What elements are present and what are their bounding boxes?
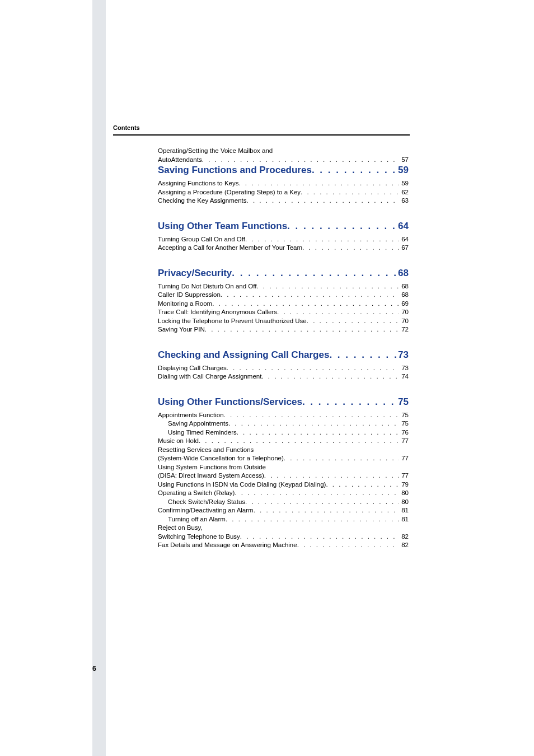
entry-title: Operating a Switch (Relay) <box>158 489 235 498</box>
leader-dots: . . . . . . . . . . . . . . . . . . . . … <box>307 317 399 326</box>
toc-entry[interactable]: Saving Appointments . . . . . . . . . . … <box>158 419 409 428</box>
leader-dots: . . . . . . . . . . . . . . . . . . . . … <box>228 419 399 428</box>
entry-page: 82 <box>399 533 409 542</box>
toc-entry[interactable]: Fax Details and Message on Answering Mac… <box>158 541 409 550</box>
entry-page: 82 <box>399 541 409 550</box>
section-title: Checking and Assigning Call Charges <box>158 349 329 361</box>
toc-section: Using Other Team Functions . . . . . . .… <box>158 220 409 253</box>
entry-page: 80 <box>399 489 409 498</box>
entry-page: 77 <box>399 472 409 480</box>
entry-title: Turning off an Alarm <box>158 515 226 524</box>
toc-section: Checking and Assigning Call Charges . . … <box>158 349 409 381</box>
toc-entry[interactable]: AutoAttendants . . . . . . . . . . . . .… <box>158 156 409 165</box>
toc-entry[interactable]: Assigning a Procedure (Operating Steps) … <box>158 188 409 197</box>
entry-title: Music on Hold <box>158 437 199 446</box>
toc-section: Using Other Functions/Services . . . . .… <box>158 396 409 550</box>
section-heading[interactable]: Using Other Team Functions . . . . . . .… <box>158 220 409 232</box>
section-heading[interactable]: Checking and Assigning Call Charges . . … <box>158 349 409 361</box>
entry-page: 76 <box>399 428 409 437</box>
entry-title: Using Functions in ISDN via Code Dialing… <box>158 480 326 489</box>
leader-dots: . . . . . . . . . . . . . . . . . . . . … <box>297 541 400 550</box>
entry-page: 69 <box>399 300 409 309</box>
entry-title: Accepting a Call for Another Member of Y… <box>158 244 302 253</box>
toc-entry[interactable]: (System-Wide Cancellation for a Telephon… <box>158 454 409 463</box>
entry-title: Switching Telephone to Busy <box>158 533 240 542</box>
leader-dots: . . . . . . . . . . . . . . . . . . . . … <box>284 454 399 463</box>
leader-dots: . . . . . . . . . . . . . . . . . . . . … <box>301 188 399 197</box>
section-page: 73 <box>398 349 409 361</box>
section-title: Using Other Functions/Services <box>158 396 302 408</box>
toc-entry[interactable]: Checking the Key Assignments . . . . . .… <box>158 197 409 206</box>
entry-title: Using Timed Reminders <box>158 428 237 437</box>
entry-page: 68 <box>399 282 409 291</box>
entry-page: 75 <box>399 419 409 428</box>
leader-dots: . . . . . . . . . . . . . . . . . . . . … <box>221 291 399 300</box>
leader-dots: . . . . . . . . . . . . . . . . . . . . … <box>261 372 399 381</box>
leader-dots: . . . . . . . . . . . . . . . . . . . . … <box>245 498 399 507</box>
toc-entry[interactable]: Monitoring a Room . . . . . . . . . . . … <box>158 300 409 309</box>
leader-dots: . . . . . . . . . . . . . . . . . . . . … <box>237 428 399 437</box>
entry-title: Trace Call: Identifying Anonymous Caller… <box>158 308 277 317</box>
entry-page: 75 <box>399 411 409 420</box>
toc-entry[interactable]: Music on Hold . . . . . . . . . . . . . … <box>158 437 409 446</box>
leader-dots: . . . . . . . . . . . . . . . . . . . . … <box>329 349 398 361</box>
toc-entry[interactable]: Trace Call: Identifying Anonymous Caller… <box>158 308 409 317</box>
leader-dots: . . . . . . . . . . . . . . . . . . . . … <box>245 235 399 244</box>
toc-entry[interactable]: Turning Group Call On and Off . . . . . … <box>158 235 409 244</box>
toc-section: Saving Functions and Procedures . . . . … <box>158 164 409 206</box>
toc-entry[interactable]: Turning Do Not Disturb On and Off . . . … <box>158 282 409 291</box>
toc-entry[interactable]: Accepting a Call for Another Member of Y… <box>158 244 409 253</box>
toc-entry[interactable]: (DISA: Direct Inward System Access) . . … <box>158 472 409 480</box>
section-title: Privacy/Security <box>158 267 232 279</box>
intro-block: Operating/Setting the Voice Mailbox and … <box>158 147 409 164</box>
toc-entry[interactable]: Displaying Call Charges . . . . . . . . … <box>158 364 409 373</box>
section-page: 75 <box>398 396 409 408</box>
section-page: 59 <box>398 164 409 176</box>
entry-page: 72 <box>399 325 409 334</box>
section-heading[interactable]: Privacy/Security . . . . . . . . . . . .… <box>158 267 409 279</box>
toc-entry[interactable]: Saving Your PIN . . . . . . . . . . . . … <box>158 325 409 334</box>
contents-header: Contents <box>113 124 140 131</box>
entry-page: 68 <box>399 291 409 300</box>
entry-page: 74 <box>399 372 409 381</box>
entry-title: Monitoring a Room <box>158 300 212 309</box>
toc-entry[interactable]: Operating a Switch (Relay) . . . . . . .… <box>158 489 409 498</box>
leader-dots: . . . . . . . . . . . . . . . . . . . . … <box>254 506 400 515</box>
leader-dots: . . . . . . . . . . . . . . . . . . . . … <box>256 282 399 291</box>
toc-entry[interactable]: Caller ID Suppression . . . . . . . . . … <box>158 291 409 300</box>
toc-entry[interactable]: Turning off an Alarm . . . . . . . . . .… <box>158 515 409 524</box>
entry-title: Appointments Function <box>158 411 224 420</box>
entry-wrap-line: Resetting Services and Functions <box>158 446 409 455</box>
entry-title: Caller ID Suppression <box>158 291 221 300</box>
leader-dots: . . . . . . . . . . . . . . . . . . . . … <box>226 515 399 524</box>
leader-dots: . . . . . . . . . . . . . . . . . . . . … <box>238 179 399 188</box>
leader-dots: . . . . . . . . . . . . . . . . . . . . … <box>224 411 400 420</box>
header-rule <box>113 134 410 136</box>
entry-title: (System-Wide Cancellation for a Telephon… <box>158 454 284 463</box>
toc-entry[interactable]: Check Switch/Relay Status . . . . . . . … <box>158 498 409 507</box>
sidebar-stripe <box>92 0 106 756</box>
entry-page: 70 <box>399 317 409 326</box>
leader-dots: . . . . . . . . . . . . . . . . . . . . … <box>227 364 399 373</box>
toc-entry[interactable]: Appointments Function . . . . . . . . . … <box>158 411 409 420</box>
toc-body: Operating/Setting the Voice Mailbox and … <box>158 147 409 550</box>
entry-page: 73 <box>399 364 409 373</box>
leader-dots: . . . . . . . . . . . . . . . . . . . . … <box>277 308 399 317</box>
entry-page: 63 <box>399 197 409 206</box>
toc-entry[interactable]: Switching Telephone to Busy . . . . . . … <box>158 533 409 542</box>
entry-page: 67 <box>399 244 409 253</box>
toc-entry[interactable]: Using Timed Reminders . . . . . . . . . … <box>158 428 409 437</box>
toc-entry[interactable]: Confirming/Deactivating an Alarm . . . .… <box>158 506 409 515</box>
leader-dots: . . . . . . . . . . . . . . . . . . . . … <box>247 197 400 206</box>
leader-dots: . . . . . . . . . . . . . . . . . . . . … <box>235 489 399 498</box>
section-heading[interactable]: Saving Functions and Procedures . . . . … <box>158 164 409 176</box>
section-heading[interactable]: Using Other Functions/Services . . . . .… <box>158 396 409 408</box>
toc-entry[interactable]: Locking the Telephone to Prevent Unautho… <box>158 317 409 326</box>
toc-entry[interactable]: Dialing with Call Charge Assignment . . … <box>158 372 409 381</box>
leader-dots: . . . . . . . . . . . . . . . . . . . . … <box>302 396 398 408</box>
toc-entry[interactable]: Assigning Functions to Keys . . . . . . … <box>158 179 409 188</box>
entry-page: 57 <box>399 156 409 165</box>
section-page: 68 <box>398 267 409 279</box>
toc-entry[interactable]: Using Functions in ISDN via Code Dialing… <box>158 480 409 489</box>
entry-page: 59 <box>399 179 409 188</box>
